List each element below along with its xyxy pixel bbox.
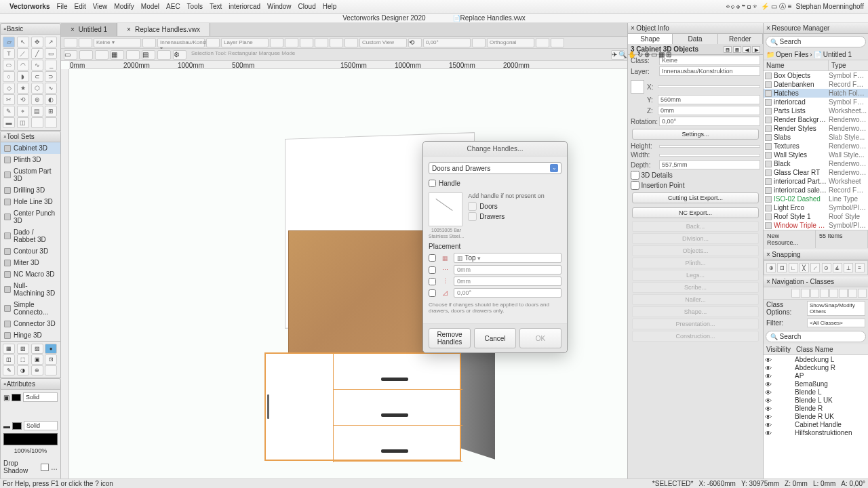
menubar-right: ◎ ⊙ ⊕ ☁ ⊡ ᯤ ⚡ ▭ Ⓐ ≡ Stephan Moenninghoff [726,2,864,12]
cutlist-export-button[interactable]: Cutting List Export... [632,192,759,203]
stroke-select[interactable]: Solid [24,421,58,430]
app-name[interactable]: Vectorworks [9,3,50,10]
nav-class-row[interactable]: 👁Hilfskonstruktionen [764,428,868,436]
rotation-input[interactable]: 0,00° [659,117,760,126]
placement-pos-select[interactable]: ▥ Top ▾ [454,253,561,263]
placement-y-input[interactable]: 0mm [454,277,561,286]
placement-angle-check[interactable] [429,289,436,297]
nav-class-row[interactable]: 👁Blende L UK [764,396,868,404]
resmgr-row[interactable]: TexturesRenderwor... [764,142,868,150]
fill-select[interactable]: Solid [23,392,58,402]
resmgr-row[interactable]: SlabsSlab Style... [764,133,868,142]
resmgr-row[interactable]: Glass Clear RTRenderwor... [764,168,868,177]
resmgr-row[interactable]: DatenbankenRecord For... [764,80,868,89]
stroke-preview[interactable] [3,433,58,445]
dropshadow-toggle[interactable] [41,464,49,471]
resmgr-row[interactable]: Box ObjectsSymbol Fol... [764,71,868,80]
resmgr-row[interactable]: Light ErcoSymbol/Plu... [764,203,868,212]
attributes-panel: ▣Solid ▬Solid 100%/100% Drop Shadow… [0,390,61,481]
resmgr-row[interactable]: Roof Style 1Roof Style [764,212,868,221]
snapping-grid[interactable]: ⊕⊡∟╳⟋⊙∡⊥≡ [764,260,868,275]
x-input[interactable] [658,85,760,88]
ok-button[interactable]: OK [519,328,561,348]
toolsets-list: Cabinet 3D Plinth 3D Custom Part 3D Dril… [0,142,61,342]
nav-class-row[interactable]: 👁Blende R UK [764,412,868,420]
nav-class-row[interactable]: 👁Abdeckung R [764,363,868,371]
dialog-target-select[interactable]: Doors and Drawers⌄ [429,162,561,174]
placement-x-input[interactable]: 0mm [454,265,561,274]
stroke-icon[interactable]: ▬ [3,422,10,430]
filter-select[interactable]: <All Classes> [807,319,865,327]
toolsets-header[interactable]: ×Tool Sets [0,131,61,142]
new-resource-button[interactable]: New Resource... [764,230,816,248]
fill-swatch[interactable] [12,394,21,401]
right-palettes: × Resource Manager 🔍 Search 📁Open Files›… [763,23,868,488]
handle-checkbox[interactable] [429,180,436,187]
nav-class-row[interactable]: 👁Abdeckung L [764,355,868,363]
nav-class-row[interactable]: 👁Cabinet Handle [764,420,868,428]
y-input[interactable]: 560mm [658,95,760,104]
resmgr-row[interactable]: Parts ListsWorksheet... [764,106,868,115]
resmgr-row[interactable]: interiorcadSymbol Fol... [764,98,868,106]
resmgr-row[interactable]: Window Triple SliderSymbol/Plu... [764,221,868,230]
attributes-header[interactable]: ×Attributes [0,378,61,390]
toolset-cabinet-3d[interactable]: Cabinet 3D [1,142,60,154]
user-name[interactable]: Stephan Moenninghoff [796,3,864,10]
nav-class-row[interactable]: 👁Bemaßung [764,380,868,388]
nav-class-row[interactable]: 👁Blende R [764,404,868,412]
resmgr-list[interactable]: Box ObjectsSymbol Fol...DatenbankenRecor… [764,71,868,230]
settings-button[interactable]: Settings... [632,129,759,140]
placement-pos-check[interactable] [429,254,436,262]
placement-x-check[interactable] [429,266,436,274]
mode-toolbar[interactable]: ▭▦▤⚙ Selection Tool: Rectangular Marquee… [61,49,627,61]
window-titlebar: Vectorworks Designer 2020 📄 Replace Hand… [0,14,868,23]
util-grid[interactable]: ▦▧▨● ◫⬚▣⊡ ✎◑⊕ [0,342,61,378]
status-icons[interactable]: ◎ ⊙ ⊕ ☁ ⊡ ᯤ ⚡ ▭ Ⓐ ≡ [726,2,792,12]
dialog-title[interactable]: Change Handles... [423,142,567,157]
class-select[interactable]: Keine [659,56,760,65]
origin-picker[interactable] [631,80,644,94]
resmgr-row[interactable]: Wall StylesWall Style... [764,150,868,159]
selection-tool-icon[interactable]: ▱ [3,37,15,47]
resmgr-breadcrumb[interactable]: 📁Open Files›📄Untitled 1 [764,49,868,60]
z-input[interactable]: 0mm [658,106,760,115]
tab-untitled[interactable]: ×Untitled 1 [61,23,117,36]
resmgr-row[interactable]: HatchesHatch Folder [764,89,868,98]
resmgr-row[interactable]: interiorcad sales infoRecord For... [764,186,868,195]
nav-toolbar[interactable] [764,287,868,300]
menubar[interactable]: Vectorworks File Edit View Modify Model … [0,0,868,14]
canvas[interactable]: 0mm2000mm 1000mm500mm 1500mm1000mm 1500m… [61,61,627,488]
tab-replace-handles[interactable]: ×Replace Handles.vwx [117,23,210,36]
cancel-button[interactable]: Cancel [474,328,516,348]
resmgr-row[interactable]: BlackRenderwor... [764,159,868,168]
mode-label: Selection Tool: Rectangular Marquee Mode [189,50,609,60]
resmgr-search[interactable]: 🔍 Search [766,36,866,47]
nc-export-button[interactable]: NC Export... [632,207,759,218]
resmgr-row[interactable]: Render BackgroundsRenderwor... [764,115,868,124]
angle-icon: ◿ [440,289,450,297]
stroke-swatch[interactable] [12,422,22,430]
add-drawers-checkbox [468,212,477,221]
document-tabs[interactable]: ×Untitled 1 ×Replace Handles.vwx [61,23,627,37]
resmgr-row[interactable]: interiorcad Parts ListWorksheet [764,177,868,186]
objinfo-tabs[interactable]: Shape Data Render [628,34,763,44]
nav-search[interactable]: 🔍 Search [766,331,866,342]
class-options-select[interactable]: Show/Snap/Modify Others [807,301,865,316]
nav-class-row[interactable]: 👁AP [764,371,868,380]
opacity-value[interactable]: 100%/100% [3,447,58,454]
basic-tool-grid[interactable]: ▱↖✥↗ T／╱▭ ⬭◠∿⎯ ○◗⊂⊃ ◇★⬡∿ ✂⟲⊕◐ ✎⌖▤⊞ ▬◫ [0,35,61,131]
handle-thumbnail[interactable] [429,192,462,226]
view-toolbar[interactable]: Keine ▾ Innenausbau/Konst.. ▾ Layer Plan… [61,37,627,49]
grid-icon: ▦ [440,254,450,262]
resmgr-row[interactable]: ISO-02 DashedLine Type [764,195,868,203]
placement-y-check[interactable] [429,278,436,285]
ruler-vertical [61,69,69,488]
remove-handles-button[interactable]: Remove Handles [429,328,471,348]
layer-select[interactable]: Innenausbau/Konstruktion [659,66,760,76]
fill-icon[interactable]: ▣ [3,394,9,401]
resmgr-row[interactable]: Render StylesRenderwor... [764,124,868,133]
basic-palette-header[interactable]: ×Basic [0,23,61,35]
nav-class-list[interactable]: 👁Abdeckung L👁Abdeckung R👁AP👁Bemaßung👁Ble… [764,355,868,488]
placement-angle-input[interactable]: 0,00° [454,288,561,298]
nav-class-row[interactable]: 👁Blende L [764,388,868,396]
